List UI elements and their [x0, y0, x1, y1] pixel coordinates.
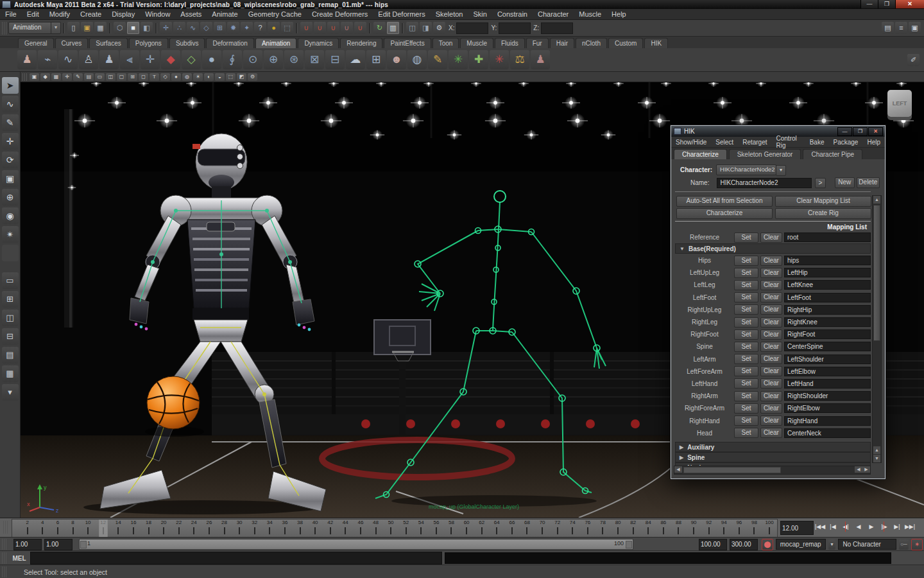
mask-handles-icon[interactable]: ✛: [160, 22, 172, 34]
mask-misc-icon[interactable]: ?: [254, 22, 266, 34]
shelf-tab-deformation[interactable]: Deformation: [206, 38, 253, 48]
vp-grid-icon[interactable]: ▤: [84, 73, 94, 81]
menu-create-deformers[interactable]: Create Deformers: [307, 9, 373, 19]
mapping-value-field[interactable]: CenterNeck: [784, 428, 871, 438]
shelf-hold-key-icon[interactable]: ●: [202, 50, 221, 69]
snap-to-point-icon[interactable]: ∪: [327, 22, 339, 34]
chevron-down-icon[interactable]: ▾: [828, 539, 836, 550]
shelf-tab-fluids[interactable]: Fluids: [495, 38, 525, 48]
clear-button[interactable]: Clear: [760, 428, 782, 438]
clear-button[interactable]: Clear: [760, 304, 782, 315]
minimize-button[interactable]: —: [860, 0, 878, 8]
section-header-auxiliary[interactable]: ▶Auxiliary: [675, 442, 871, 452]
shelf-tab-custom[interactable]: Custom: [608, 38, 643, 48]
layout-more-dropdown[interactable]: ▾: [2, 384, 19, 401]
character-dropdown[interactable]: HIKCharacterNode2 ▾: [716, 164, 776, 175]
construction-history-icon[interactable]: ↻: [373, 22, 386, 34]
show-channel-box-icon[interactable]: ▤: [882, 22, 894, 34]
render-current-frame-icon[interactable]: ◫: [406, 22, 418, 34]
hik-menu-package[interactable]: Package: [829, 139, 863, 146]
hik-menu-help[interactable]: Help: [862, 139, 885, 146]
set-button[interactable]: Set: [734, 232, 758, 243]
set-button[interactable]: Set: [734, 256, 758, 266]
mapping-value-field[interactable]: LeftElbow: [784, 367, 871, 376]
menu-modify[interactable]: Modify: [44, 9, 75, 19]
characterize-button[interactable]: Characterize: [676, 208, 773, 219]
current-frame-playhead[interactable]: [99, 520, 107, 537]
shelf-green-star-icon[interactable]: ✳: [449, 50, 468, 69]
mask-dynamics-icon[interactable]: ✸: [227, 22, 239, 34]
mask-rendering-icon[interactable]: ✦: [241, 22, 253, 34]
new-button[interactable]: New: [835, 177, 855, 188]
menu-window[interactable]: Window: [140, 9, 175, 19]
lock-selection-icon[interactable]: ●: [268, 22, 280, 34]
shelf-tab-polygons[interactable]: Polygons: [129, 38, 168, 48]
snap-to-curve-icon[interactable]: ∪: [314, 22, 326, 34]
set-button[interactable]: Set: [734, 292, 758, 302]
hik-minimize-button[interactable]: —: [837, 127, 852, 136]
vp-camera-attributes-icon[interactable]: ▣: [30, 73, 39, 81]
shelf-character-icon[interactable]: ♙: [79, 50, 98, 69]
vp-use-all-lights-icon[interactable]: ☀: [193, 73, 203, 81]
hik-menu-show-hide[interactable]: Show/Hide: [671, 139, 711, 146]
hik-tab-character-pipe[interactable]: Character Pipe: [803, 149, 862, 160]
set-button[interactable]: Set: [734, 366, 758, 376]
menu-help[interactable]: Help: [606, 9, 631, 19]
ipr-render-icon[interactable]: ◨: [420, 22, 432, 34]
snap-to-view-plane-icon[interactable]: ∪: [354, 22, 366, 34]
mapping-value-field[interactable]: RightHip: [784, 305, 871, 315]
layout-hypergraph-persp[interactable]: ▦: [2, 365, 19, 382]
maximize-button[interactable]: ❐: [878, 0, 895, 8]
shelf-lattice-icon[interactable]: ⊞: [366, 50, 386, 69]
clear-button[interactable]: Clear: [760, 292, 782, 302]
menu-animate[interactable]: Animate: [207, 9, 243, 19]
character-set-dropdown[interactable]: No Character Set: [838, 539, 896, 550]
list-input-operations-icon[interactable]: ▥: [387, 22, 399, 34]
vp-shaded-icon[interactable]: ●: [171, 73, 181, 81]
scale-tool[interactable]: ▣: [2, 170, 19, 187]
shelf-constraint-aim-icon[interactable]: ⊕: [264, 50, 283, 69]
scrollbar-thumb[interactable]: [683, 467, 781, 473]
set-button[interactable]: Set: [734, 416, 758, 426]
hik-tab-skeleton-generator[interactable]: Skeleton Generator: [729, 149, 801, 160]
status-line-grip[interactable]: [2, 22, 6, 35]
shelf-constraint-scale-icon[interactable]: ⊠: [305, 50, 324, 69]
clear-button[interactable]: Clear: [760, 342, 782, 352]
hik-window[interactable]: HIK — ❐ ✕ Show/HideSelectRetargetControl…: [671, 125, 886, 479]
mask-surfaces-icon[interactable]: ◇: [200, 22, 212, 34]
step-forward-frame-button[interactable]: ▶|: [891, 520, 903, 533]
shelf-joint-tool-icon[interactable]: ♟: [17, 50, 37, 69]
move-tool[interactable]: ✛: [2, 133, 19, 150]
vp-exposure-icon[interactable]: ⚙: [248, 73, 257, 81]
scroll-up-icon[interactable]: ▲: [873, 446, 880, 454]
show-manipulator-tool[interactable]: ✴: [2, 226, 19, 243]
mask-joints-icon[interactable]: ∴: [173, 22, 185, 34]
layout-single-pane[interactable]: ▭: [2, 272, 19, 289]
select-object-mode-icon[interactable]: ■: [127, 22, 139, 34]
shelf-mirror-joint-icon[interactable]: ⫷: [120, 50, 139, 69]
scroll-right-icon[interactable]: ▶: [862, 466, 870, 473]
layout-two-pane-stacked[interactable]: ⊟: [2, 328, 19, 345]
hik-menu-select[interactable]: Select: [711, 139, 738, 146]
hik-tab-characterize[interactable]: Characterize: [674, 149, 727, 160]
scroll-left-icon[interactable]: ◀: [855, 466, 862, 473]
vp-xray-icon[interactable]: ◩: [237, 73, 246, 81]
clear-mapping-list-button[interactable]: Clear Mapping List: [775, 196, 871, 207]
mapping-value-field[interactable]: RightHand: [784, 416, 871, 426]
shelf-tab-hair[interactable]: Hair: [550, 38, 574, 48]
shelf-tab-toon[interactable]: Toon: [432, 38, 459, 48]
rotate-tool[interactable]: ⟳: [2, 152, 19, 168]
menu-set-dropdown[interactable]: Animation ▾: [8, 22, 61, 34]
mapping-value-field[interactable]: RightElbow: [784, 403, 871, 413]
animation-preferences-icon[interactable]: ✶: [911, 539, 923, 550]
show-layer-editor-icon[interactable]: ≡: [895, 22, 907, 34]
command-line-input[interactable]: [30, 552, 442, 565]
shelf-red-star-icon[interactable]: ✳: [490, 50, 509, 69]
menu-skeleton[interactable]: Skeleton: [431, 9, 468, 19]
menu-edit-deformers[interactable]: Edit Deformers: [373, 9, 430, 19]
key-icon[interactable]: ○─: [899, 539, 909, 550]
render-settings-icon[interactable]: ⚙: [433, 22, 445, 34]
shelf-tab-general[interactable]: General: [18, 38, 54, 48]
shelf-blendshape-icon[interactable]: ☻: [387, 50, 406, 69]
animation-start-field[interactable]: [13, 539, 42, 550]
